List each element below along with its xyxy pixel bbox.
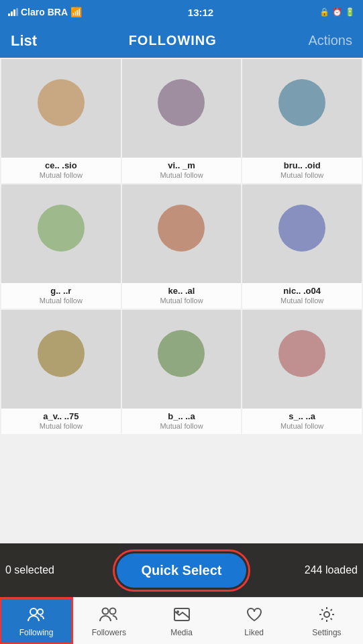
following-icon (27, 605, 46, 627)
carrier-label: Claro BRA (21, 7, 68, 17)
item-mutual-follow: Mutual follow (125, 297, 239, 305)
media-icon (172, 605, 191, 627)
signal-icon (8, 8, 18, 16)
item-mutual-follow: Mutual follow (245, 297, 359, 305)
item-username: bru.. .oid (245, 160, 359, 170)
svg-rect-4 (174, 608, 189, 621)
bottom-bar: 0 selected Quick Select 244 loaded (0, 543, 363, 597)
item-mutual-follow: Mutual follow (245, 422, 359, 430)
status-time: 13:12 (188, 7, 213, 18)
header-title: FOLLOWING (129, 33, 217, 48)
grid-item[interactable]: b_.. ..aMutual follow (122, 310, 242, 434)
tab-liked-label: Liked (244, 628, 264, 637)
svg-point-3 (110, 608, 116, 614)
grid-item[interactable]: s_.. ..aMutual follow (242, 310, 362, 434)
status-carrier: Claro BRA 📶 (8, 7, 82, 17)
settings-icon (317, 605, 336, 627)
header-list[interactable]: List (11, 32, 37, 50)
selected-count: 0 selected (5, 564, 66, 576)
followers-icon (99, 605, 118, 627)
item-mutual-follow: Mutual follow (4, 171, 118, 179)
grid-item[interactable]: nic.. .o04Mutual follow (242, 184, 362, 309)
lock-icon: 🔒 (319, 7, 329, 17)
item-username: g.. ..r (4, 286, 118, 296)
tab-following[interactable]: Following (0, 598, 72, 644)
header: List FOLLOWING Actions (0, 24, 363, 58)
item-username: vi.. _m (125, 160, 239, 170)
following-grid: ce.. .sioMutual followvi.. _mMutual foll… (0, 58, 363, 435)
tab-bar: FollowingFollowersMediaLikedSettings (0, 597, 363, 644)
alarm-icon: ⏰ (332, 7, 342, 17)
tab-liked[interactable]: Liked (218, 598, 291, 644)
liked-icon (245, 605, 264, 627)
svg-point-6 (324, 612, 329, 617)
header-actions[interactable]: Actions (308, 33, 352, 48)
grid-item[interactable]: a_v.. ..75Mutual follow (1, 310, 121, 434)
status-icons: 🔒 ⏰ 🔋 (319, 7, 355, 17)
item-mutual-follow: Mutual follow (4, 297, 118, 305)
status-bar: Claro BRA 📶 13:12 🔒 ⏰ 🔋 (0, 0, 363, 24)
quick-select-button[interactable]: Quick Select (117, 553, 246, 588)
grid-item[interactable]: ke.. .alMutual follow (122, 184, 242, 309)
svg-point-0 (30, 608, 37, 615)
item-username: ke.. .al (125, 286, 239, 296)
item-mutual-follow: Mutual follow (4, 422, 118, 430)
item-username: b_.. ..a (125, 411, 239, 421)
tab-followers-label: Followers (92, 628, 126, 637)
wifi-icon: 📶 (70, 7, 82, 17)
tab-media[interactable]: Media (145, 598, 217, 644)
grid-item[interactable]: g.. ..rMutual follow (1, 184, 121, 309)
tab-media-label: Media (170, 628, 193, 637)
item-username: s_.. ..a (245, 411, 359, 421)
item-username: a_v.. ..75 (4, 411, 118, 421)
item-username: ce.. .sio (4, 160, 118, 170)
svg-point-1 (38, 609, 43, 614)
grid-item[interactable]: bru.. .oidMutual follow (242, 59, 362, 183)
svg-point-5 (176, 610, 179, 613)
main-content: ce.. .sioMutual followvi.. _mMutual foll… (0, 58, 363, 543)
item-mutual-follow: Mutual follow (245, 171, 359, 179)
tab-settings[interactable]: Settings (291, 598, 363, 644)
grid-item[interactable]: vi.. _mMutual follow (122, 59, 242, 183)
item-mutual-follow: Mutual follow (125, 171, 239, 179)
grid-item[interactable]: ce.. .sioMutual follow (1, 59, 121, 183)
tab-following-label: Following (19, 628, 54, 637)
item-mutual-follow: Mutual follow (125, 422, 239, 430)
tab-settings-label: Settings (312, 628, 341, 637)
loaded-count: 244 loaded (297, 564, 358, 576)
svg-point-2 (103, 608, 109, 614)
item-username: nic.. .o04 (245, 286, 359, 296)
battery-icon: 🔋 (345, 7, 355, 17)
tab-followers[interactable]: Followers (72, 598, 145, 644)
